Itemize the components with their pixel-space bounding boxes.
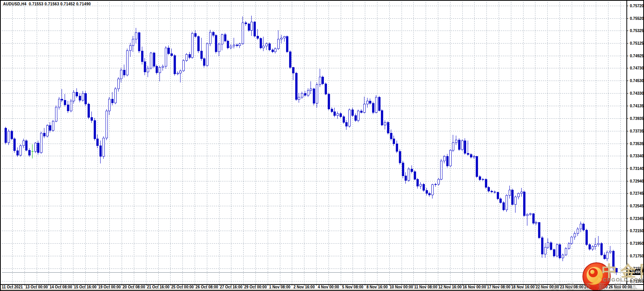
price-axis-label: 0.71950 (630, 241, 644, 246)
price-axis-label: 0.72940 (630, 179, 644, 183)
window-bottom-edge (1, 289, 643, 290)
current-price-value: 0.71490 (628, 270, 641, 274)
price-axis-label: 0.72345 (630, 217, 644, 221)
price-axis-label: 0.75520 (630, 16, 644, 21)
price-axis-label: 0.74925 (630, 54, 644, 58)
price-axis-label: 0.72150 (630, 229, 644, 233)
price-axis-label: 0.71355 (630, 279, 644, 283)
price-axis-label: 0.72545 (630, 204, 644, 208)
price-axis-label: 0.74530 (630, 79, 644, 83)
chart-symbol-title: AUDUSD,H4 0.71553 0.71563 0.71452 0.7149… (3, 2, 91, 6)
candlestick-chart[interactable] (1, 1, 644, 291)
price-axis-label: 0.73535 (630, 141, 644, 146)
price-axis-label: 0.71750 (630, 254, 644, 258)
price-axis-label: 0.74330 (630, 91, 644, 95)
price-axis-label: 0.73935 (630, 116, 644, 120)
price-axis-label: 0.73340 (630, 154, 644, 158)
price-axis-label: 0.73140 (630, 166, 644, 170)
price-axis-label: 0.75720 (630, 4, 644, 8)
current-price-box: 0.71490 (627, 269, 644, 275)
price-axis-label: 0.74135 (630, 103, 644, 108)
price-axis-label: 0.72745 (630, 191, 644, 196)
price-axis-label: 0.73735 (630, 129, 644, 133)
mt4-chart-window: AUDUSD,H4 0.71553 0.71563 0.71452 0.7149… (0, 0, 644, 291)
price-axis-label: 0.75325 (630, 29, 644, 33)
price-axis-label: 0.74730 (630, 66, 644, 70)
price-axis-label: 0.75125 (630, 41, 644, 45)
